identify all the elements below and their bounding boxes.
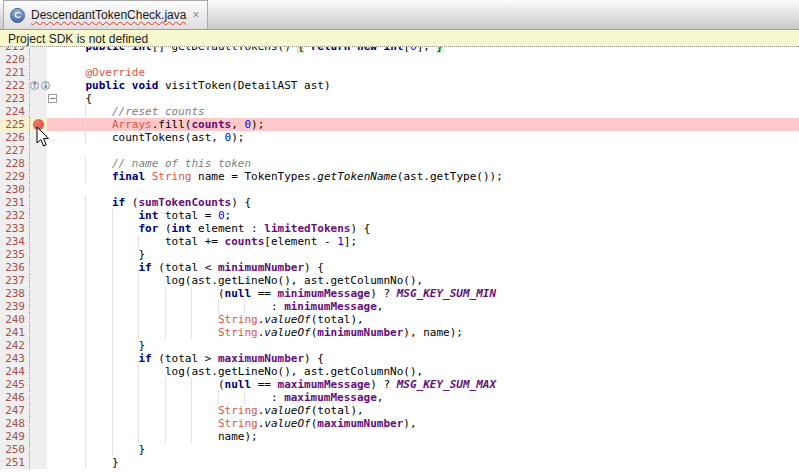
line-number[interactable]: 236 bbox=[0, 261, 30, 274]
fold-strip[interactable] bbox=[47, 66, 59, 79]
fold-strip[interactable] bbox=[47, 378, 59, 391]
fold-strip[interactable]: − bbox=[47, 92, 59, 105]
line-number[interactable]: 246 bbox=[0, 391, 30, 404]
overridden-method-icon[interactable]: ↓ bbox=[41, 81, 50, 90]
gutter-icon-area[interactable] bbox=[30, 92, 47, 105]
gutter-icon-area[interactable] bbox=[30, 456, 47, 469]
line-number[interactable]: 229 bbox=[0, 170, 30, 183]
gutter-icon-area[interactable] bbox=[30, 300, 47, 313]
fold-strip[interactable] bbox=[47, 430, 59, 443]
line-number[interactable]: 231 bbox=[0, 196, 30, 209]
gutter-icon-area[interactable] bbox=[30, 53, 47, 66]
gutter-icon-area[interactable] bbox=[30, 261, 47, 274]
line-number[interactable]: 227 bbox=[0, 144, 30, 157]
code-text: } bbox=[59, 339, 799, 352]
fold-strip[interactable] bbox=[47, 287, 59, 300]
fold-strip[interactable] bbox=[47, 105, 59, 118]
gutter-icon-area[interactable] bbox=[30, 222, 47, 235]
fold-strip[interactable] bbox=[47, 417, 59, 430]
line-number[interactable]: 243 bbox=[0, 352, 30, 365]
gutter-icon-area[interactable] bbox=[30, 339, 47, 352]
fold-strip[interactable] bbox=[47, 248, 59, 261]
line-number[interactable]: 244 bbox=[0, 365, 30, 378]
gutter-icon-area[interactable] bbox=[30, 248, 47, 261]
line-number[interactable]: 242 bbox=[0, 339, 30, 352]
fold-strip[interactable] bbox=[47, 274, 59, 287]
fold-strip[interactable] bbox=[47, 235, 59, 248]
gutter-icon-area[interactable] bbox=[30, 183, 47, 196]
fold-strip[interactable] bbox=[47, 456, 59, 469]
line-number[interactable]: 237 bbox=[0, 274, 30, 287]
line-number[interactable]: 245 bbox=[0, 378, 30, 391]
code-line: 247 String.valueOf(total), bbox=[0, 404, 799, 417]
line-number[interactable]: 251 bbox=[0, 456, 30, 469]
fold-strip[interactable] bbox=[47, 365, 59, 378]
line-number[interactable]: 221 bbox=[0, 66, 30, 79]
line-number[interactable]: 232 bbox=[0, 209, 30, 222]
code-editor[interactable]: 219+ public int[] getDefaultTokens() { r… bbox=[0, 47, 799, 472]
gutter-icon-area[interactable] bbox=[30, 105, 47, 118]
line-number[interactable]: 247 bbox=[0, 404, 30, 417]
fold-strip[interactable] bbox=[47, 404, 59, 417]
gutter-icon-area[interactable] bbox=[30, 443, 47, 456]
gutter-icon-area[interactable] bbox=[30, 365, 47, 378]
gutter-icon-area[interactable] bbox=[30, 287, 47, 300]
gutter-icon-area[interactable]: ↑↓ bbox=[30, 79, 47, 92]
gutter-icon-area[interactable] bbox=[30, 391, 47, 404]
line-number[interactable]: 235 bbox=[0, 248, 30, 261]
fold-strip[interactable] bbox=[47, 53, 59, 66]
gutter-icon-area[interactable] bbox=[30, 274, 47, 287]
line-number[interactable]: 230 bbox=[0, 183, 30, 196]
overrides-method-icon[interactable]: ↑ bbox=[30, 81, 39, 90]
line-number[interactable]: 228 bbox=[0, 157, 30, 170]
gutter-icon-area[interactable] bbox=[30, 235, 47, 248]
gutter-icon-area[interactable] bbox=[30, 352, 47, 365]
fold-strip[interactable] bbox=[47, 170, 59, 183]
line-number[interactable]: 220 bbox=[0, 53, 30, 66]
code-line: 232 int total = 0; bbox=[0, 209, 799, 222]
line-number[interactable]: 225 bbox=[0, 118, 30, 131]
line-number[interactable]: 226 bbox=[0, 131, 30, 144]
fold-strip[interactable] bbox=[47, 326, 59, 339]
line-number[interactable]: 234 bbox=[0, 235, 30, 248]
gutter-icon-area[interactable] bbox=[30, 430, 47, 443]
close-icon[interactable]: × bbox=[192, 9, 199, 21]
fold-strip[interactable] bbox=[47, 261, 59, 274]
line-number[interactable]: 233 bbox=[0, 222, 30, 235]
line-number[interactable]: 238 bbox=[0, 287, 30, 300]
fold-collapse-icon[interactable]: − bbox=[48, 94, 57, 103]
gutter-icon-area[interactable] bbox=[30, 196, 47, 209]
fold-strip[interactable] bbox=[47, 443, 59, 456]
code-text: public void visitToken(DetailAST ast) bbox=[59, 79, 799, 92]
line-number[interactable]: 248 bbox=[0, 417, 30, 430]
line-number[interactable]: 239 bbox=[0, 300, 30, 313]
gutter-icon-area[interactable] bbox=[30, 170, 47, 183]
gutter-icon-area[interactable] bbox=[30, 417, 47, 430]
fold-strip[interactable] bbox=[47, 339, 59, 352]
gutter-icon-area[interactable] bbox=[30, 66, 47, 79]
gutter-icon-area[interactable] bbox=[30, 326, 47, 339]
tab-descendanttokencheck[interactable]: C DescendantTokenCheck.java × bbox=[3, 0, 208, 29]
fold-strip[interactable] bbox=[47, 300, 59, 313]
fold-strip[interactable] bbox=[47, 313, 59, 326]
fold-strip[interactable] bbox=[47, 196, 59, 209]
line-number[interactable]: 241 bbox=[0, 326, 30, 339]
line-number[interactable]: 222 bbox=[0, 79, 30, 92]
gutter-icon-area[interactable] bbox=[30, 313, 47, 326]
line-number[interactable]: 250 bbox=[0, 443, 30, 456]
code-line: 244 log(ast.getLineNo(), ast.getColumnNo… bbox=[0, 365, 799, 378]
line-number[interactable]: 240 bbox=[0, 313, 30, 326]
fold-strip[interactable] bbox=[47, 222, 59, 235]
gutter-icon-area[interactable] bbox=[30, 157, 47, 170]
gutter-icon-area[interactable] bbox=[30, 209, 47, 222]
line-number[interactable]: 249 bbox=[0, 430, 30, 443]
fold-strip[interactable] bbox=[47, 352, 59, 365]
fold-strip[interactable] bbox=[47, 157, 59, 170]
line-number[interactable]: 224 bbox=[0, 105, 30, 118]
fold-strip[interactable] bbox=[47, 209, 59, 222]
gutter-icon-area[interactable] bbox=[30, 378, 47, 391]
gutter-icon-area[interactable] bbox=[30, 404, 47, 417]
line-number[interactable]: 223 bbox=[0, 92, 30, 105]
fold-strip[interactable] bbox=[47, 391, 59, 404]
fold-strip[interactable] bbox=[47, 183, 59, 196]
